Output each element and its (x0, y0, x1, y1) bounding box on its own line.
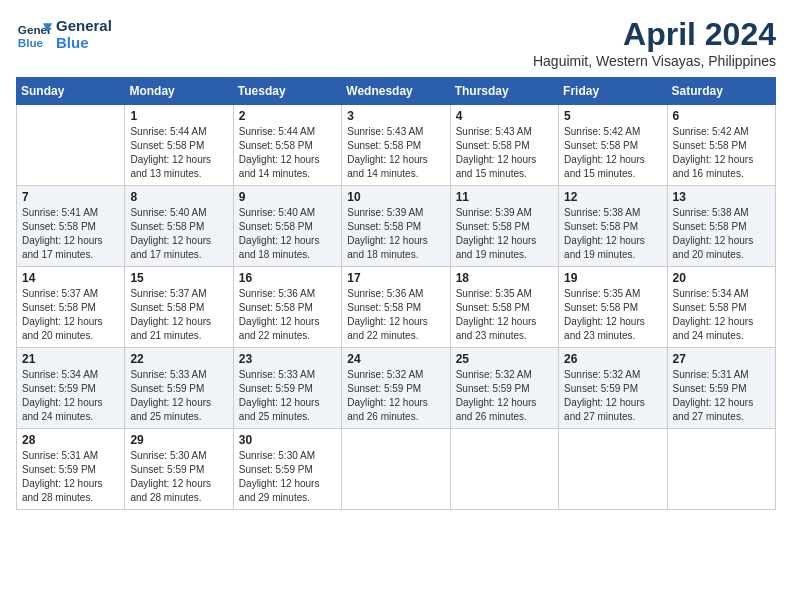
calendar-cell: 14Sunrise: 5:37 AM Sunset: 5:58 PM Dayli… (17, 267, 125, 348)
calendar-cell: 4Sunrise: 5:43 AM Sunset: 5:58 PM Daylig… (450, 105, 558, 186)
calendar-cell: 29Sunrise: 5:30 AM Sunset: 5:59 PM Dayli… (125, 429, 233, 510)
col-header-wednesday: Wednesday (342, 78, 450, 105)
calendar-week-row: 21Sunrise: 5:34 AM Sunset: 5:59 PM Dayli… (17, 348, 776, 429)
calendar-cell: 10Sunrise: 5:39 AM Sunset: 5:58 PM Dayli… (342, 186, 450, 267)
day-info: Sunrise: 5:33 AM Sunset: 5:59 PM Dayligh… (239, 368, 336, 424)
calendar-cell: 8Sunrise: 5:40 AM Sunset: 5:58 PM Daylig… (125, 186, 233, 267)
day-info: Sunrise: 5:32 AM Sunset: 5:59 PM Dayligh… (347, 368, 444, 424)
day-number: 10 (347, 190, 444, 204)
day-number: 27 (673, 352, 770, 366)
day-number: 8 (130, 190, 227, 204)
calendar-cell (17, 105, 125, 186)
day-info: Sunrise: 5:36 AM Sunset: 5:58 PM Dayligh… (347, 287, 444, 343)
day-info: Sunrise: 5:33 AM Sunset: 5:59 PM Dayligh… (130, 368, 227, 424)
calendar-cell: 21Sunrise: 5:34 AM Sunset: 5:59 PM Dayli… (17, 348, 125, 429)
day-info: Sunrise: 5:37 AM Sunset: 5:58 PM Dayligh… (130, 287, 227, 343)
day-number: 13 (673, 190, 770, 204)
day-number: 22 (130, 352, 227, 366)
calendar-table: SundayMondayTuesdayWednesdayThursdayFrid… (16, 77, 776, 510)
calendar-cell: 2Sunrise: 5:44 AM Sunset: 5:58 PM Daylig… (233, 105, 341, 186)
calendar-cell: 13Sunrise: 5:38 AM Sunset: 5:58 PM Dayli… (667, 186, 775, 267)
day-number: 16 (239, 271, 336, 285)
day-info: Sunrise: 5:34 AM Sunset: 5:58 PM Dayligh… (673, 287, 770, 343)
day-number: 21 (22, 352, 119, 366)
day-number: 1 (130, 109, 227, 123)
calendar-cell: 7Sunrise: 5:41 AM Sunset: 5:58 PM Daylig… (17, 186, 125, 267)
day-info: Sunrise: 5:32 AM Sunset: 5:59 PM Dayligh… (564, 368, 661, 424)
day-number: 24 (347, 352, 444, 366)
calendar-cell: 20Sunrise: 5:34 AM Sunset: 5:58 PM Dayli… (667, 267, 775, 348)
day-number: 9 (239, 190, 336, 204)
calendar-cell: 30Sunrise: 5:30 AM Sunset: 5:59 PM Dayli… (233, 429, 341, 510)
day-number: 5 (564, 109, 661, 123)
day-info: Sunrise: 5:30 AM Sunset: 5:59 PM Dayligh… (239, 449, 336, 505)
day-info: Sunrise: 5:41 AM Sunset: 5:58 PM Dayligh… (22, 206, 119, 262)
day-info: Sunrise: 5:38 AM Sunset: 5:58 PM Dayligh… (564, 206, 661, 262)
calendar-cell: 28Sunrise: 5:31 AM Sunset: 5:59 PM Dayli… (17, 429, 125, 510)
day-number: 4 (456, 109, 553, 123)
logo: General Blue General Blue (16, 16, 112, 52)
day-number: 12 (564, 190, 661, 204)
calendar-cell: 19Sunrise: 5:35 AM Sunset: 5:58 PM Dayli… (559, 267, 667, 348)
calendar-cell: 12Sunrise: 5:38 AM Sunset: 5:58 PM Dayli… (559, 186, 667, 267)
day-number: 20 (673, 271, 770, 285)
day-info: Sunrise: 5:40 AM Sunset: 5:58 PM Dayligh… (239, 206, 336, 262)
day-info: Sunrise: 5:34 AM Sunset: 5:59 PM Dayligh… (22, 368, 119, 424)
calendar-cell: 22Sunrise: 5:33 AM Sunset: 5:59 PM Dayli… (125, 348, 233, 429)
calendar-header-row: SundayMondayTuesdayWednesdayThursdayFrid… (17, 78, 776, 105)
day-number: 6 (673, 109, 770, 123)
month-title: April 2024 (533, 16, 776, 53)
calendar-cell: 6Sunrise: 5:42 AM Sunset: 5:58 PM Daylig… (667, 105, 775, 186)
day-number: 3 (347, 109, 444, 123)
day-info: Sunrise: 5:35 AM Sunset: 5:58 PM Dayligh… (456, 287, 553, 343)
day-number: 25 (456, 352, 553, 366)
logo-text: General (56, 17, 112, 34)
logo-subtext: Blue (56, 34, 112, 51)
calendar-cell (342, 429, 450, 510)
col-header-saturday: Saturday (667, 78, 775, 105)
col-header-thursday: Thursday (450, 78, 558, 105)
day-info: Sunrise: 5:43 AM Sunset: 5:58 PM Dayligh… (456, 125, 553, 181)
svg-text:Blue: Blue (18, 36, 44, 49)
col-header-tuesday: Tuesday (233, 78, 341, 105)
calendar-week-row: 7Sunrise: 5:41 AM Sunset: 5:58 PM Daylig… (17, 186, 776, 267)
calendar-cell: 17Sunrise: 5:36 AM Sunset: 5:58 PM Dayli… (342, 267, 450, 348)
day-info: Sunrise: 5:42 AM Sunset: 5:58 PM Dayligh… (564, 125, 661, 181)
col-header-sunday: Sunday (17, 78, 125, 105)
day-number: 23 (239, 352, 336, 366)
day-info: Sunrise: 5:35 AM Sunset: 5:58 PM Dayligh… (564, 287, 661, 343)
day-number: 18 (456, 271, 553, 285)
day-info: Sunrise: 5:40 AM Sunset: 5:58 PM Dayligh… (130, 206, 227, 262)
day-number: 17 (347, 271, 444, 285)
day-number: 7 (22, 190, 119, 204)
calendar-cell: 5Sunrise: 5:42 AM Sunset: 5:58 PM Daylig… (559, 105, 667, 186)
day-info: Sunrise: 5:31 AM Sunset: 5:59 PM Dayligh… (22, 449, 119, 505)
col-header-friday: Friday (559, 78, 667, 105)
calendar-cell (667, 429, 775, 510)
day-number: 11 (456, 190, 553, 204)
day-number: 29 (130, 433, 227, 447)
calendar-cell: 1Sunrise: 5:44 AM Sunset: 5:58 PM Daylig… (125, 105, 233, 186)
day-info: Sunrise: 5:39 AM Sunset: 5:58 PM Dayligh… (347, 206, 444, 262)
day-number: 15 (130, 271, 227, 285)
day-info: Sunrise: 5:36 AM Sunset: 5:58 PM Dayligh… (239, 287, 336, 343)
location-subtitle: Haguimit, Western Visayas, Philippines (533, 53, 776, 69)
day-info: Sunrise: 5:30 AM Sunset: 5:59 PM Dayligh… (130, 449, 227, 505)
calendar-week-row: 14Sunrise: 5:37 AM Sunset: 5:58 PM Dayli… (17, 267, 776, 348)
day-number: 26 (564, 352, 661, 366)
day-info: Sunrise: 5:44 AM Sunset: 5:58 PM Dayligh… (239, 125, 336, 181)
calendar-cell: 15Sunrise: 5:37 AM Sunset: 5:58 PM Dayli… (125, 267, 233, 348)
calendar-cell: 26Sunrise: 5:32 AM Sunset: 5:59 PM Dayli… (559, 348, 667, 429)
calendar-cell (450, 429, 558, 510)
calendar-cell: 27Sunrise: 5:31 AM Sunset: 5:59 PM Dayli… (667, 348, 775, 429)
day-info: Sunrise: 5:42 AM Sunset: 5:58 PM Dayligh… (673, 125, 770, 181)
logo-icon: General Blue (16, 16, 52, 52)
day-info: Sunrise: 5:32 AM Sunset: 5:59 PM Dayligh… (456, 368, 553, 424)
calendar-cell: 18Sunrise: 5:35 AM Sunset: 5:58 PM Dayli… (450, 267, 558, 348)
calendar-cell: 24Sunrise: 5:32 AM Sunset: 5:59 PM Dayli… (342, 348, 450, 429)
col-header-monday: Monday (125, 78, 233, 105)
day-info: Sunrise: 5:37 AM Sunset: 5:58 PM Dayligh… (22, 287, 119, 343)
page-header: General Blue General Blue April 2024 Hag… (16, 16, 776, 69)
day-info: Sunrise: 5:44 AM Sunset: 5:58 PM Dayligh… (130, 125, 227, 181)
calendar-week-row: 28Sunrise: 5:31 AM Sunset: 5:59 PM Dayli… (17, 429, 776, 510)
